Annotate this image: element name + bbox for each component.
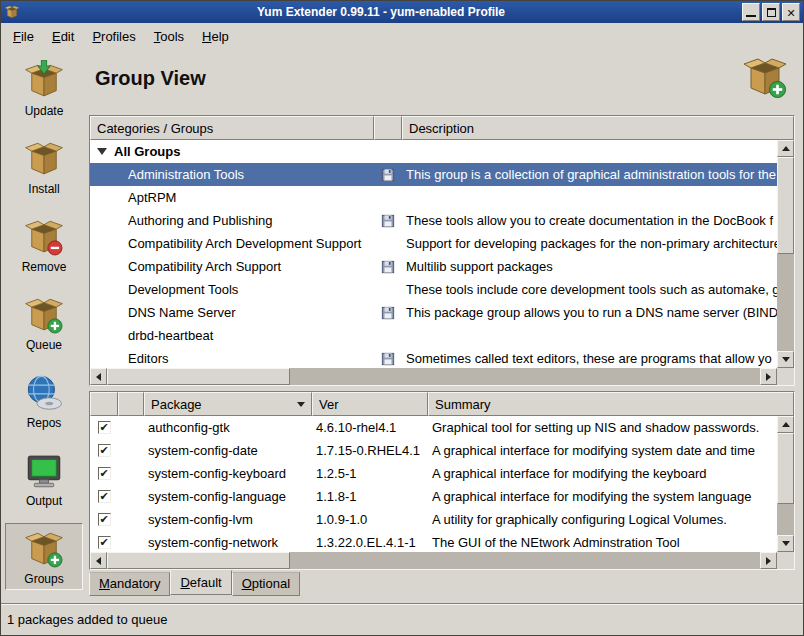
group-row[interactable]: Authoring and Publishing These tools all… — [90, 209, 777, 232]
package-row[interactable]: system-config-date 1.7.15-0.RHEL4.1 A gr… — [90, 439, 777, 462]
window-buttons — [742, 3, 800, 21]
tab-optional[interactable]: Optional — [232, 572, 300, 596]
package-row[interactable]: authconfig-gtk 4.6.10-rhel4.1 Graphical … — [90, 416, 777, 439]
package-checkbox[interactable] — [98, 513, 111, 526]
group-row[interactable]: Compatibility Arch Development Support S… — [90, 232, 777, 255]
group-row[interactable]: drbd-heartbeat — [90, 324, 777, 347]
scroll-left-button[interactable] — [90, 552, 107, 569]
package-checkbox[interactable] — [98, 421, 111, 434]
sidebar-item-install[interactable]: Install — [5, 133, 83, 200]
package-checkbox[interactable] — [98, 467, 111, 480]
scrollbar-thumb[interactable] — [107, 552, 290, 569]
package-row[interactable]: system-config-language 1.1.8-1 A graphic… — [90, 485, 777, 508]
package-name: authconfig-gtk — [144, 420, 312, 435]
scroll-up-button[interactable] — [777, 140, 794, 157]
package-checkbox[interactable] — [98, 536, 111, 549]
sidebar-item-groups[interactable]: Groups — [5, 523, 83, 590]
packages-horizontal-scrollbar[interactable] — [90, 552, 777, 569]
scrollbar-thumb[interactable] — [777, 157, 794, 254]
group-row[interactable]: Editors Sometimes called text editors, t… — [90, 347, 777, 368]
sidebar-item-repos-label: Repos — [27, 416, 62, 430]
scrollbar-trough[interactable] — [107, 552, 760, 569]
close-button[interactable] — [782, 3, 800, 21]
scroll-down-button[interactable] — [777, 351, 794, 368]
package-name: system-config-lvm — [144, 512, 312, 527]
scrollbar-thumb[interactable] — [777, 433, 794, 504]
groups-horizontal-scrollbar[interactable] — [90, 368, 777, 385]
tab-default[interactable]: Default — [170, 570, 231, 595]
group-label: Editors — [128, 351, 168, 366]
titlebar[interactable]: Yum Extender 0.99.11 - yum-enabled Profi… — [1, 1, 803, 23]
group-label: Compatibility Arch Support — [128, 259, 281, 274]
scroll-right-button[interactable] — [760, 368, 777, 385]
maximize-button[interactable] — [762, 3, 780, 21]
column-header-ver[interactable]: Ver — [312, 392, 428, 416]
tab-mandatory[interactable]: Mandatory — [89, 572, 170, 596]
arrow-right-icon — [766, 557, 771, 565]
arrow-down-icon — [782, 541, 790, 546]
column-header-package[interactable]: Package — [144, 392, 312, 416]
scrollbar-trough[interactable] — [107, 368, 760, 385]
package-row[interactable]: system-config-network 1.3.22.0.EL.4.1-1 … — [90, 531, 777, 552]
page-title: Group View — [95, 67, 206, 90]
package-row[interactable]: system-config-lvm 1.0.9-1.0 A utility fo… — [90, 508, 777, 531]
package-row[interactable]: system-config-keyboard 1.2.5-1 A graphic… — [90, 462, 777, 485]
scroll-up-button[interactable] — [777, 416, 794, 433]
package-version: 1.0.9-1.0 — [312, 512, 428, 527]
sidebar-item-repos[interactable]: Repos — [5, 367, 83, 434]
scrollbar-thumb[interactable] — [107, 368, 290, 385]
menu-help[interactable]: Help — [194, 25, 237, 48]
menu-file[interactable]: File — [5, 25, 42, 48]
arrow-right-icon — [766, 373, 771, 381]
scroll-right-button[interactable] — [760, 552, 777, 569]
package-version: 4.6.10-rhel4.1 — [312, 420, 428, 435]
arrow-up-icon — [782, 146, 790, 151]
package-checkbox[interactable] — [98, 490, 111, 503]
group-row[interactable]: Administration Tools This group is a col… — [90, 163, 777, 186]
sidebar-item-queue[interactable]: Queue — [5, 289, 83, 356]
scrollbar-trough[interactable] — [777, 157, 794, 351]
group-description: These tools include core development too… — [402, 282, 777, 297]
groups-vertical-scrollbar[interactable] — [777, 140, 794, 368]
column-header-group-icon[interactable] — [374, 116, 402, 140]
package-summary: A graphical interface for modifying the … — [428, 489, 777, 504]
package-groups-icon — [23, 528, 65, 570]
column-header-package-icon[interactable] — [118, 392, 144, 416]
column-header-description[interactable]: Description — [402, 116, 794, 140]
group-row[interactable]: Compatibility Arch Support Multilib supp… — [90, 255, 777, 278]
scrollbar-trough[interactable] — [777, 433, 794, 535]
expander-icon[interactable] — [97, 148, 107, 155]
group-row[interactable]: Development Tools These tools include co… — [90, 278, 777, 301]
minimize-button[interactable] — [742, 3, 760, 21]
group-label: drbd-heartbeat — [128, 328, 213, 343]
group-description: This group is a collection of graphical … — [402, 167, 777, 182]
group-icon — [381, 260, 395, 274]
menu-edit[interactable]: Edit — [44, 25, 82, 48]
sidebar-item-remove[interactable]: Remove — [5, 211, 83, 278]
menu-profiles[interactable]: Profiles — [84, 25, 143, 48]
packages-panel: Package Ver Summary authconfig-gtk 4.6.1… — [89, 391, 795, 570]
sidebar-item-update[interactable]: Update — [5, 55, 83, 122]
scroll-left-button[interactable] — [90, 368, 107, 385]
sidebar-item-update-label: Update — [25, 104, 64, 118]
scroll-down-button[interactable] — [777, 535, 794, 552]
column-header-checkbox[interactable] — [90, 392, 118, 416]
package-name: system-config-date — [144, 443, 312, 458]
group-row[interactable]: DNS Name Server This package group allow… — [90, 301, 777, 324]
column-header-summary[interactable]: Summary — [428, 392, 794, 416]
sidebar-item-queue-label: Queue — [26, 338, 62, 352]
close-icon — [786, 3, 795, 21]
sidebar-item-output[interactable]: Output — [5, 445, 83, 512]
arrow-down-icon — [782, 357, 790, 362]
package-version: 1.7.15-0.RHEL4.1 — [312, 443, 428, 458]
package-checkbox[interactable] — [98, 444, 111, 457]
sort-indicator-icon[interactable] — [297, 402, 305, 407]
menu-tools[interactable]: Tools — [146, 25, 192, 48]
package-queue-icon — [23, 294, 65, 336]
column-header-categories[interactable]: Categories / Groups — [90, 116, 374, 140]
packages-vertical-scrollbar[interactable] — [777, 416, 794, 552]
group-row-all-groups[interactable]: All Groups — [90, 140, 777, 163]
package-summary: A graphical interface for modifying the … — [428, 466, 777, 481]
group-row[interactable]: AptRPM — [90, 186, 777, 209]
sidebar-item-remove-label: Remove — [22, 260, 67, 274]
